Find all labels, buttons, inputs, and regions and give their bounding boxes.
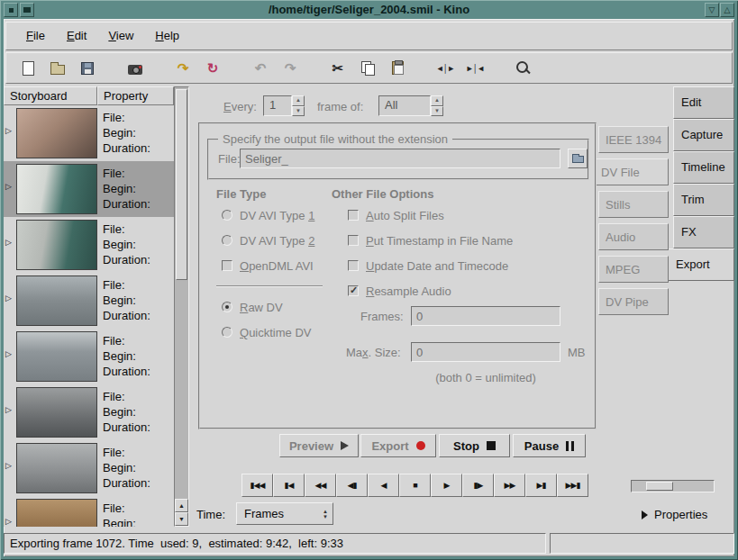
expander-icon[interactable]: ▷ [5, 461, 12, 470]
tab-timeline[interactable]: Timeline [673, 151, 734, 184]
clip-thumbnail[interactable] [16, 275, 97, 326]
clip-thumbnail[interactable] [16, 220, 97, 270]
every-value[interactable]: 1 [263, 95, 292, 116]
fast-forward-button[interactable]: ▶▶ [494, 474, 525, 497]
radio-raw-dv[interactable] [222, 302, 232, 312]
tab-dv-pipe[interactable]: DV Pipe [598, 288, 669, 315]
screenshot-icon[interactable] [124, 58, 146, 79]
frame-back-button[interactable]: ◀▮ [336, 474, 368, 497]
cut-icon[interactable]: ✂ [327, 58, 349, 79]
tab-audio[interactable]: Audio [598, 223, 669, 250]
checkbox-auto-split-label[interactable]: Auto Split Files [366, 209, 444, 222]
publish-jump-icon[interactable]: ↷ [172, 58, 194, 79]
frames-input[interactable]: 0 [411, 306, 560, 326]
expander-icon[interactable]: ▷ [5, 126, 12, 135]
stop-button[interactable]: Stop [439, 434, 510, 457]
expander-icon[interactable]: ▷ [5, 405, 12, 414]
checkbox-update-date[interactable] [348, 260, 359, 271]
menu-help[interactable]: Help [144, 23, 190, 50]
tab-stills[interactable]: Stills [598, 191, 669, 218]
shade-button[interactable]: ▽ [705, 3, 719, 17]
undo-icon[interactable]: ↶ [250, 58, 271, 79]
file-name-input[interactable]: Seliger_ [240, 149, 560, 168]
expander-icon[interactable]: ▷ [5, 349, 12, 358]
radio-dv-avi-type1-label[interactable]: DV AVI Type 1 [240, 209, 314, 222]
shuttle-slider-thumb[interactable] [646, 482, 673, 491]
every-spinner[interactable]: 1 ▲ ▼ [263, 95, 305, 116]
preview-button[interactable]: Preview [279, 434, 359, 457]
clip-thumbnail[interactable] [16, 331, 97, 382]
radio-raw-dv-label[interactable]: Raw DV [240, 301, 283, 314]
radio-dv-avi-type1[interactable] [222, 210, 232, 221]
maximize-button[interactable]: △ [720, 3, 734, 17]
window-sticky-button[interactable] [20, 3, 34, 17]
spin-up-icon[interactable]: ▲ [292, 95, 305, 106]
copy-icon[interactable] [357, 58, 378, 79]
checkbox-update-date-label[interactable]: Update Date and Timecode [366, 259, 508, 273]
window-menu-button[interactable] [4, 3, 18, 17]
time-format-select[interactable]: Frames ▲▼ [236, 502, 333, 525]
storyboard-row[interactable]: ▷ File: Begin: Duration: [4, 440, 174, 496]
expander-icon[interactable]: ▷ [5, 238, 12, 247]
checkbox-auto-split[interactable] [348, 210, 359, 221]
zoom-icon[interactable] [512, 58, 533, 79]
checkbox-opendml-avi-label[interactable]: OpenDML AVI [240, 259, 314, 273]
previous-scene-button[interactable]: ▮◀ [273, 474, 305, 497]
shuttle-slider[interactable] [631, 480, 715, 492]
clip-thumbnail[interactable] [16, 443, 97, 493]
next-scene-button[interactable]: ▶▮ [525, 474, 557, 497]
frame-of-value[interactable]: All [378, 95, 431, 116]
radio-quicktime-dv-label[interactable]: Quicktime DV [240, 326, 311, 339]
open-folder-icon[interactable] [47, 58, 68, 79]
scroll-up-button[interactable]: ▲ [175, 499, 188, 512]
play-button[interactable]: ▶ [431, 474, 462, 497]
rewind-button[interactable]: ◀◀ [305, 474, 336, 497]
save-icon[interactable] [77, 58, 98, 79]
menu-file[interactable]: File [15, 23, 56, 50]
split-scene-icon[interactable]: ◄│► [434, 58, 456, 79]
frame-of-select[interactable]: All ▲ ▼ [378, 95, 443, 116]
go-to-start-button[interactable]: ▮◀◀ [241, 474, 273, 497]
storyboard-row[interactable]: ▷ File: Begin: Duration: [4, 329, 174, 384]
spin-down-icon[interactable]: ▼ [292, 106, 305, 117]
spin-down-icon[interactable]: ▼ [431, 106, 443, 117]
pause-button[interactable]: Pause [513, 434, 586, 457]
tab-dv-file[interactable]: DV File [595, 158, 669, 185]
new-file-icon[interactable] [17, 58, 39, 79]
max-size-input[interactable]: 0 [411, 342, 560, 362]
browse-folder-button[interactable] [568, 149, 588, 168]
tab-export[interactable]: Export [669, 248, 734, 281]
checkbox-timestamp-label[interactable]: Put Timestamp in File Name [366, 234, 513, 248]
property-header[interactable]: Property [97, 86, 174, 105]
tab-trim[interactable]: Trim [673, 184, 734, 216]
paste-icon[interactable] [387, 58, 408, 79]
radio-dv-avi-type2[interactable] [222, 235, 232, 246]
storyboard-row[interactable]: ▷ File: Begin: Duration: [4, 273, 174, 329]
tab-ieee1394[interactable]: IEEE 1394 [598, 126, 669, 153]
radio-quicktime-dv[interactable] [222, 327, 232, 338]
storyboard-row[interactable]: ▷ File: Begin: Duration: [4, 161, 174, 217]
checkbox-resample-audio-label[interactable]: Resample Audio [366, 285, 451, 298]
properties-expander-icon[interactable] [642, 510, 648, 519]
expander-icon[interactable]: ▷ [5, 517, 12, 526]
clip-thumbnail[interactable] [16, 164, 97, 214]
scroll-down-button[interactable]: ▼ [175, 512, 188, 526]
checkbox-timestamp[interactable] [348, 235, 359, 246]
transport-stop-button[interactable]: ■ [399, 474, 431, 497]
storyboard-header[interactable]: Storyboard [4, 86, 97, 105]
menu-edit[interactable]: Edit [56, 23, 97, 50]
storyboard-row[interactable]: ▷ File: Begin: Duration: [4, 384, 174, 440]
record-icon[interactable]: ↻ [202, 58, 223, 79]
export-button[interactable]: Export [360, 434, 436, 457]
join-scenes-icon[interactable]: ►│◄ [464, 58, 486, 79]
go-to-end-button[interactable]: ▶▶▮ [557, 474, 588, 497]
titlebar[interactable]: /home/tiger/Seliger_2004.smil - Kino ▽ △ [2, 2, 736, 18]
clip-thumbnail[interactable] [16, 108, 97, 158]
checkbox-opendml-avi[interactable] [222, 260, 232, 271]
expander-icon[interactable]: ▷ [5, 294, 12, 303]
clip-thumbnail[interactable] [16, 387, 97, 438]
menu-view[interactable]: View [97, 23, 144, 50]
storyboard-row[interactable]: ▷ File: Begin: Duration: [4, 217, 174, 273]
properties-label[interactable]: Properties [654, 508, 707, 521]
storyboard-scrollbar[interactable]: ▲ ▼ [174, 86, 189, 527]
